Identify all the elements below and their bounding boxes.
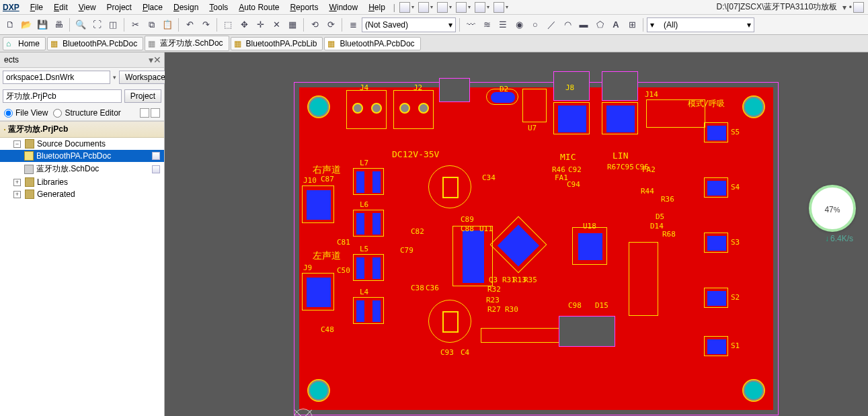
connector-j9 [302, 273, 334, 310]
help-icon[interactable] [853, 2, 864, 13]
file-view-radio[interactable]: File View [4, 108, 48, 118]
menu-view[interactable]: View [73, 1, 102, 13]
silk-r44: R44 [641, 187, 654, 196]
panel-options-icon[interactable]: ▾ ✕ [149, 54, 160, 65]
silk-s4: S4 [731, 183, 740, 192]
toolbar-mini-1[interactable] [399, 2, 410, 13]
tree-libraries[interactable]: + Libraries [0, 176, 164, 188]
tree-file-schdoc[interactable]: 蓝牙功放.SchDoc [0, 162, 164, 176]
grid-icon[interactable]: ▦ [285, 17, 300, 32]
connector [602, 102, 638, 134]
select-icon[interactable]: ⬚ [221, 17, 235, 32]
tree-project-header[interactable]: 蓝牙功放.PrjPcb [0, 122, 164, 138]
menu-autoroute[interactable]: Auto Route [233, 1, 284, 13]
menu-design[interactable]: Design [168, 1, 204, 13]
menu-file[interactable]: File [25, 1, 48, 13]
place-comp-icon[interactable]: ⊞ [625, 17, 639, 32]
expand-icon[interactable]: + [13, 191, 21, 198]
new-icon[interactable]: 🗋 [3, 17, 17, 32]
pcb-editor[interactable]: J4 J2 D2 U7 J8 J14 [165, 52, 868, 416]
place-fill-icon[interactable]: ▬ [576, 17, 591, 32]
panel-tool-2[interactable] [151, 108, 160, 118]
silk-r36: R36 [661, 195, 674, 204]
copy-icon[interactable]: ⧉ [144, 17, 159, 32]
silk-lin: LIN [613, 151, 628, 161]
app-logo[interactable]: DXP [3, 3, 19, 12]
project-button[interactable]: Project [124, 89, 161, 103]
paste-icon[interactable]: 📋 [160, 17, 175, 32]
menu-reports[interactable]: Reports [284, 1, 323, 13]
zoom-select-icon[interactable]: ◫ [106, 17, 120, 32]
toolbar-mini-6[interactable] [494, 2, 504, 13]
menu-edit[interactable]: Edit [48, 1, 73, 13]
toolbar-mini-5[interactable] [475, 2, 485, 13]
menu-window[interactable]: Window [323, 1, 363, 13]
silk-c94: C94 [567, 180, 580, 189]
place-arc-icon[interactable]: ◠ [560, 17, 575, 32]
place-text-icon[interactable]: A [608, 17, 623, 32]
print-icon[interactable]: 🖶 [51, 17, 66, 32]
layers-icon[interactable]: ≣ [346, 17, 360, 32]
silk-c4: C4 [461, 348, 469, 357]
place-line-icon[interactable]: ／ [544, 17, 559, 32]
switch-s2 [704, 288, 728, 308]
zoom-area-icon[interactable]: ⛶ [89, 17, 104, 32]
zoom-fit-icon[interactable]: 🔍 [73, 17, 88, 32]
expand-icon[interactable]: + [13, 179, 21, 186]
move-icon[interactable]: ✥ [237, 17, 251, 32]
project-input[interactable] [3, 89, 122, 103]
silk-j8: J8 [565, 83, 574, 92]
projects-panel: ects ▾ ✕ ▾ Workspace Project File View S… [0, 52, 165, 416]
tab-pcbdoc-1[interactable]: ▦BluetoothPA.PcbDoc [47, 37, 143, 50]
route-track-icon[interactable]: 〰 [463, 17, 478, 32]
save-icon[interactable]: 💾 [35, 17, 50, 32]
comp-l6 [353, 210, 384, 237]
document-tabs: ⌂Home ▦BluetoothPA.PcbDoc ▦蓝牙功放.SchDoc ▦… [0, 35, 868, 52]
tab-schdoc[interactable]: ▦蓝牙功放.SchDoc [145, 36, 229, 51]
silk-j14: J14 [645, 90, 658, 99]
silk-fa1: FA1 [555, 173, 568, 182]
route-diff-icon[interactable]: ≋ [479, 17, 494, 32]
pcb-board[interactable]: J4 J2 D2 U7 J8 J14 [299, 87, 773, 410]
silk-r13: R13 [513, 276, 526, 284]
cross-icon[interactable]: ✛ [253, 17, 268, 32]
structure-editor-radio[interactable]: Structure Editor [53, 108, 120, 118]
tab-pcbdoc-2[interactable]: ▦BluetoothPA.PcbDoc [324, 37, 420, 50]
workspace-button[interactable]: Workspace [119, 71, 171, 84]
toolbar-mini-3[interactable] [437, 2, 448, 13]
silk-r30: R30 [505, 305, 518, 314]
mounting-hole [744, 97, 764, 117]
route-svg [299, 87, 501, 188]
menu-help[interactable]: Help [363, 1, 391, 13]
tree-file-pcbdoc[interactable]: BluetoothPA.PcbDoc [0, 150, 164, 162]
redo-icon[interactable]: ↷ [198, 17, 213, 32]
place-poly-icon[interactable]: ⬠ [592, 17, 607, 32]
place-pad-icon[interactable]: ○ [528, 17, 543, 32]
tab-pcblib[interactable]: ▦BluetoothPA.PcbLib [231, 37, 323, 50]
open-icon[interactable]: 📂 [19, 17, 34, 32]
tab-home[interactable]: ⌂Home [3, 37, 46, 50]
toolbar-mini-2[interactable] [418, 2, 429, 13]
panel-tool-1[interactable] [140, 108, 149, 118]
workspace-input[interactable] [3, 71, 110, 84]
pcbdoc-icon [24, 151, 34, 161]
nav-fwd-icon[interactable]: ⟳ [323, 17, 338, 32]
collapse-icon[interactable]: − [13, 140, 21, 148]
download-badge[interactable]: 47% [809, 185, 856, 232]
project-tree[interactable]: 蓝牙功放.PrjPcb − Source Documents Bluetooth… [0, 121, 164, 416]
route-multi-icon[interactable]: ☰ [496, 17, 510, 32]
undo-icon[interactable]: ↶ [182, 17, 197, 32]
filter-combo[interactable]: ▾ (All) ▾ [647, 17, 754, 32]
toolbar-mini-4[interactable] [456, 2, 467, 13]
saved-query-combo[interactable]: (Not Saved) ▾ [362, 17, 456, 32]
cut-icon[interactable]: ✂ [128, 17, 143, 32]
menu-place[interactable]: Place [137, 1, 168, 13]
document-path[interactable]: D:\[07]ZSCX\蓝牙TPA3110功放板 [717, 1, 843, 13]
menu-tools[interactable]: Tools [204, 1, 233, 13]
deselect-icon[interactable]: ✕ [269, 17, 284, 32]
nav-back-icon[interactable]: ⟲ [307, 17, 322, 32]
menu-project[interactable]: Project [102, 1, 137, 13]
tree-source-documents[interactable]: − Source Documents [0, 138, 164, 150]
tree-generated[interactable]: + Generated [0, 188, 164, 200]
place-via-icon[interactable]: ◉ [512, 17, 526, 32]
